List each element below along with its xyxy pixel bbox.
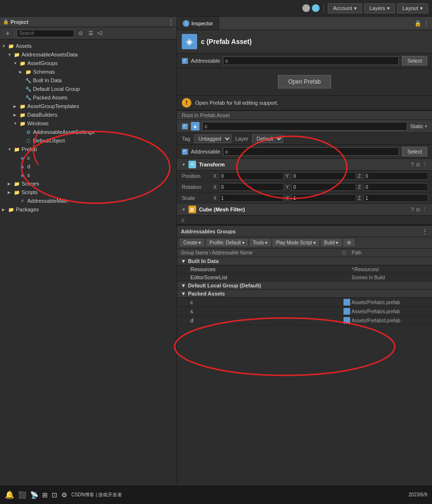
addressable-checkbox-2[interactable] — [182, 149, 188, 155]
tree-item-default-object[interactable]: ⬡ DefaultObject — [0, 136, 177, 145]
object-icon: ⬡ — [25, 137, 32, 144]
folder-icon: 📁 — [19, 60, 26, 66]
panel-menu-icon[interactable]: ⋮ — [168, 19, 174, 25]
special-folder-icon: 🔧 — [25, 77, 32, 84]
tree-label: AddressableAssetSettings — [33, 129, 94, 135]
extra-button[interactable]: ⚙ — [343, 239, 354, 246]
settings-icon[interactable] — [302, 4, 310, 12]
tag-select[interactable]: Untagged — [194, 134, 232, 143]
tree-item-built-in-data[interactable]: 🔧 Built In Data — [0, 76, 177, 85]
item-c-path: Assets/Prefab/c.prefab — [352, 300, 428, 305]
tree-item-asset-group-templates[interactable]: ▶ 📁 AssetGroupTemplates — [0, 102, 177, 110]
tree-item-prefab-d[interactable]: ◈ d — [0, 162, 177, 171]
rot-y-input[interactable] — [291, 183, 356, 191]
layers-button[interactable]: Layers ▾ — [364, 3, 395, 13]
tree-item-packages[interactable]: ▶ 📁 Packages — [0, 205, 177, 214]
pos-x-input[interactable] — [219, 172, 284, 180]
group-row-resources[interactable]: Resources */Resources/ — [177, 265, 432, 274]
script-icon: # — [19, 197, 26, 204]
packed-assets-header[interactable]: ▼ Packed Assets — [177, 290, 432, 298]
view-icon[interactable]: ☰ — [87, 29, 95, 38]
layer-select[interactable]: Default — [252, 134, 283, 143]
addressable-checkbox[interactable] — [182, 58, 188, 64]
search-input[interactable] — [17, 30, 74, 37]
tree-item-assets[interactable]: ▼ 📁 Assets — [0, 42, 177, 50]
lock-tab-button[interactable]: 🔒 — [414, 20, 421, 27]
select-button-1[interactable]: Select — [402, 56, 427, 66]
scale-z-input[interactable] — [364, 194, 428, 202]
tree-item-schemas[interactable]: ▶ 📁 Schemas — [0, 67, 177, 76]
profile-button[interactable]: Profile: Default ▾ — [206, 239, 248, 246]
item-d-path: Assets/Prefab/d.prefab — [352, 318, 428, 323]
tree-item-addr-settings[interactable]: ⚙ AddressableAssetSettings — [0, 128, 177, 136]
editor-scene-label: EditorSceneList — [190, 274, 342, 280]
tree-item-windows[interactable]: ▼ 📁 Windows — [0, 119, 177, 128]
addressables-groups-panel: Addressables Groups ⋮ Create ▾ Profile: … — [177, 225, 432, 325]
transform-help-button[interactable]: ? — [411, 162, 414, 168]
tree-item-addressable-main[interactable]: # AddressableMain — [0, 197, 177, 205]
tree-item-asset-groups[interactable]: ▼ 📁 AssetGroups — [0, 59, 177, 67]
transform-title: Transform — [199, 162, 225, 167]
select-button-2[interactable]: Select — [402, 147, 427, 156]
rot-x-item: X — [213, 183, 284, 191]
transform-menu-button[interactable]: ⋮ — [422, 162, 427, 168]
mesh-menu-button[interactable]: ⋮ — [422, 207, 427, 213]
group-row-editor-scene-list[interactable]: EditorSceneList Scenes In Build — [177, 274, 432, 282]
pos-z-input[interactable] — [364, 172, 428, 180]
tree-label: Packed Assets — [33, 95, 67, 100]
pos-y-input[interactable] — [291, 172, 356, 180]
tree-label: Scripts — [22, 189, 38, 195]
addr-groups-menu-button[interactable]: ⋮ — [421, 228, 428, 235]
addressable-input[interactable] — [223, 56, 399, 65]
prefab-icon: ◈ — [19, 154, 26, 161]
default-local-group-header[interactable]: ▼ Default Local Group (Default) — [177, 282, 432, 290]
tab-inspector[interactable]: i Inspector — [177, 17, 219, 30]
build-button[interactable]: Build ▾ — [321, 239, 342, 246]
collapse-icon[interactable]: ▼ — [182, 163, 186, 167]
play-mode-button[interactable]: Play Mode Script ▾ — [273, 239, 319, 246]
add-button[interactable]: ＋ — [3, 29, 12, 38]
collapse-icon[interactable]: ▼ — [182, 208, 186, 212]
scale-x-input[interactable] — [219, 194, 284, 202]
addressable-input-2[interactable] — [223, 147, 399, 156]
chevron-down-icon: ▾ — [387, 5, 390, 11]
static-label: Static — [410, 123, 423, 129]
tree-item-packed-assets[interactable]: 🔧 Packed Assets — [0, 93, 177, 102]
groups-col-header: Group Name \ Addressable Name ⬡ Path — [177, 249, 432, 257]
tools-button[interactable]: Tools ▾ — [250, 239, 271, 246]
group-row-d[interactable]: d Assets/Prefab/d.prefab — [177, 316, 432, 325]
tree-item-prefab[interactable]: ▼ 📁 Prefab — [0, 145, 177, 153]
tree-item-scenes[interactable]: ▶ 📁 Scenes — [0, 179, 177, 188]
resources-label: Resources — [190, 266, 342, 272]
taskbar-window-icon: ⊞ — [42, 491, 48, 499]
rot-z-input[interactable] — [364, 183, 428, 191]
tree-item-prefab-c[interactable]: ◈ c — [0, 153, 177, 162]
addressable-row-2: Addressable Select — [177, 145, 432, 159]
group-row-c[interactable]: c Assets/Prefab/c.prefab — [177, 298, 432, 307]
mesh-help-button[interactable]: ? — [411, 207, 414, 213]
open-prefab-button[interactable]: Open Prefab — [278, 75, 331, 88]
obj-active-checkbox[interactable] — [182, 123, 188, 130]
obj-name-input[interactable] — [202, 122, 407, 131]
rot-x-input[interactable] — [219, 183, 284, 191]
arrow-icon: ▶ — [19, 70, 25, 74]
layout-button[interactable]: Layout ▾ — [397, 3, 428, 13]
item-c-label: c — [190, 299, 342, 305]
tree-item-scripts[interactable]: ▶ 📁 Scripts — [0, 188, 177, 197]
mesh-settings-button[interactable]: ⊙ — [416, 207, 420, 213]
account-button[interactable]: Account ▾ — [328, 3, 362, 13]
scale-y-input[interactable] — [291, 194, 356, 202]
tree-item-data-builders[interactable]: ▶ 📁 DataBuilders — [0, 110, 177, 119]
cloud-icon[interactable] — [312, 4, 320, 12]
tree-item-default-local-group[interactable]: 🔧 Default Local Group — [0, 85, 177, 93]
create-button[interactable]: Create ▾ — [180, 239, 204, 246]
built-in-data-header[interactable]: ▼ Built In Data — [177, 257, 432, 265]
search-filter-icon[interactable]: ⊙ — [76, 29, 85, 38]
transform-settings-button[interactable]: ⊙ — [416, 162, 420, 168]
group-row-s[interactable]: s Assets/Prefab/s.prefab — [177, 307, 432, 316]
tree-label: Built In Data — [33, 77, 62, 83]
tree-item-addressable-assets-data[interactable]: ▼ 📁 AddressableAssetsData — [0, 50, 177, 59]
static-dropdown-icon[interactable]: ▾ — [425, 124, 427, 129]
tab-menu-button[interactable]: ⋮ — [423, 20, 429, 27]
tree-item-prefab-s[interactable]: ◈ s — [0, 171, 177, 179]
